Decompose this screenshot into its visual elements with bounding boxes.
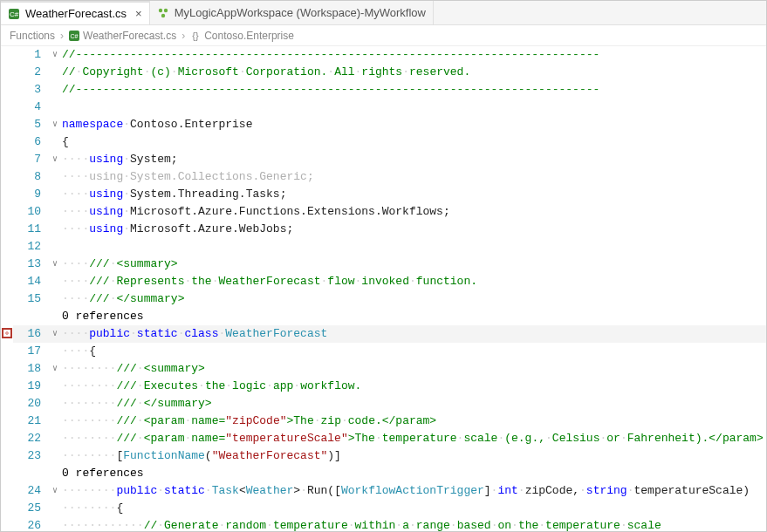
svg-text:C#: C# xyxy=(71,33,79,39)
breakpoint-icon[interactable] xyxy=(2,328,12,338)
svg-text:{}: {} xyxy=(193,31,200,41)
breadcrumb-symbol[interactable]: Contoso.Enterprise xyxy=(204,30,294,42)
workflow-icon xyxy=(157,7,169,19)
code-editor[interactable]: 1∨//------------------------------------… xyxy=(1,46,766,531)
svg-text:C#: C# xyxy=(10,10,19,18)
tab-label: WeatherForecast.cs xyxy=(25,7,127,20)
csharp-file-icon: C# xyxy=(8,8,20,20)
svg-point-3 xyxy=(163,8,167,11)
breadcrumb: Functions › C# WeatherForecast.cs › {} C… xyxy=(1,25,766,46)
breadcrumb-root[interactable]: Functions xyxy=(10,30,55,42)
svg-point-4 xyxy=(161,13,164,17)
tab-logicapp[interactable]: MyLogicAppWorkspace (Workspace)-MyWorkfl… xyxy=(150,1,434,24)
tab-label: MyLogicAppWorkspace (Workspace)-MyWorkfl… xyxy=(175,6,426,19)
codelens-references[interactable]: 0 references xyxy=(62,308,766,325)
chevron-right-icon: › xyxy=(60,30,64,42)
csharp-file-icon: C# xyxy=(69,31,79,41)
svg-point-2 xyxy=(158,8,161,11)
chevron-right-icon: › xyxy=(181,30,185,42)
tab-weatherforecast[interactable]: C# WeatherForecast.cs × xyxy=(1,1,150,24)
close-icon[interactable]: × xyxy=(135,7,142,20)
tab-bar: C# WeatherForecast.cs × MyLogicAppWorksp… xyxy=(1,1,766,25)
breadcrumb-file[interactable]: WeatherForecast.cs xyxy=(83,30,176,42)
namespace-icon: {} xyxy=(190,31,201,41)
codelens-references[interactable]: 0 references xyxy=(62,465,766,482)
